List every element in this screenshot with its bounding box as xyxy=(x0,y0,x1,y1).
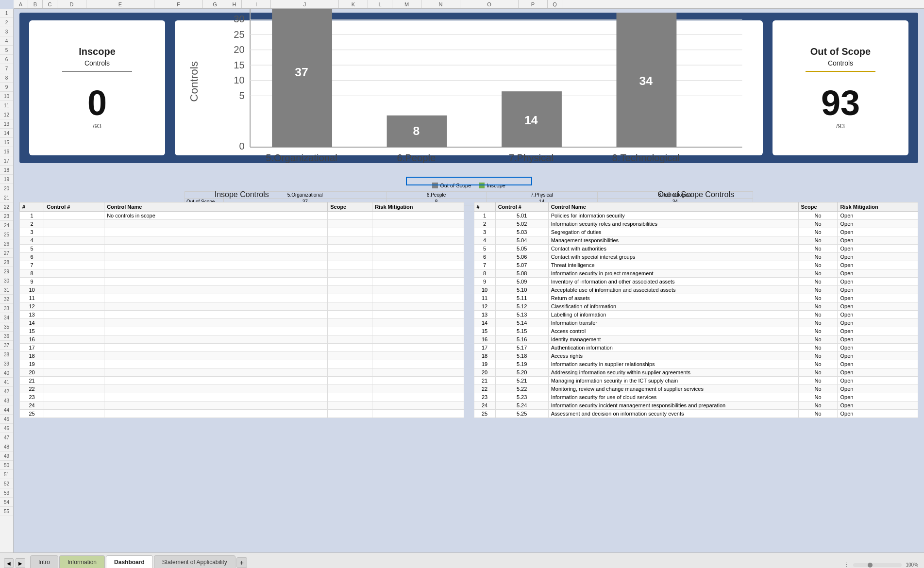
inscope-table-row[interactable]: 6 xyxy=(20,253,464,261)
outofscope-table-row[interactable]: 19 5.19 Information security in supplier… xyxy=(474,360,918,368)
outofscope-row-scope: No xyxy=(798,278,838,286)
row-header-29: 29 xyxy=(0,267,13,276)
outofscope-row-num: 22 xyxy=(474,385,495,393)
outofscope-row-name: Information security incident management… xyxy=(548,401,798,410)
outofscope-table-row[interactable]: 23 5.23 Information security for use of … xyxy=(474,393,918,401)
inscope-row-ctrl xyxy=(44,410,104,418)
outofscope-row-num: 24 xyxy=(474,401,495,410)
outofscope-table-title: Out of Scope Controls xyxy=(474,190,919,199)
row-header-12: 12 xyxy=(0,110,13,119)
inscope-table-row[interactable]: 10 xyxy=(20,286,464,294)
inscope-row-num: 11 xyxy=(20,294,44,302)
col-header-k: K xyxy=(339,0,368,8)
sheet-content: Inscope Controls 0 /93 Controls Per Them… xyxy=(14,9,924,552)
inscope-row-name xyxy=(104,294,328,302)
outofscope-row-scope: No xyxy=(798,344,838,352)
outofscope-table-row[interactable]: 2 5.02 Information security roles and re… xyxy=(474,220,918,228)
inscope-table-section: Insope Controls # Control # Control Name… xyxy=(19,188,464,418)
inscope-table-row[interactable]: 3 xyxy=(20,228,464,236)
outofscope-table-row[interactable]: 4 5.04 Management responsibilities No Op… xyxy=(474,236,918,245)
outofscope-table-row[interactable]: 21 5.21 Managing information security in… xyxy=(474,377,918,385)
outofscope-row-num: 5 xyxy=(474,245,495,253)
outofscope-row-scope: No xyxy=(798,311,838,319)
tab-next-button[interactable]: ▶ xyxy=(16,558,25,568)
outofscope-row-scope: No xyxy=(798,377,838,385)
outofscope-table-row[interactable]: 16 5.16 Identity management No Open xyxy=(474,335,918,344)
outofscope-table-row[interactable]: 7 5.07 Threat intelligence No Open xyxy=(474,261,918,269)
inscope-table-row[interactable]: 9 xyxy=(20,278,464,286)
outofscope-table-row[interactable]: 3 5.03 Segregation of duties No Open xyxy=(474,228,918,236)
zoom-percent: 100% xyxy=(906,562,918,568)
inscope-table-row[interactable]: 23 xyxy=(20,393,464,401)
svg-text:20: 20 xyxy=(234,44,245,55)
outofscope-row-risk: Open xyxy=(838,410,918,418)
active-cell-indicator[interactable] xyxy=(406,177,532,185)
outofscope-row-num: 15 xyxy=(474,327,495,335)
inscope-table-row[interactable]: 18 xyxy=(20,352,464,360)
inscope-table-row[interactable]: 12 xyxy=(20,302,464,311)
outofscope-table-row[interactable]: 15 5.15 Access control No Open xyxy=(474,327,918,335)
inscope-row-num: 21 xyxy=(20,377,44,385)
inscope-table-row[interactable]: 16 xyxy=(20,335,464,344)
outofscope-table-row[interactable]: 25 5.25 Assessment and decision on infor… xyxy=(474,410,918,418)
inscope-row-name xyxy=(104,286,328,294)
outofscope-table-row[interactable]: 8 5.08 Information security in project m… xyxy=(474,269,918,278)
inscope-row-num: 4 xyxy=(20,236,44,245)
inscope-table-row[interactable]: 8 xyxy=(20,269,464,278)
outofscope-table-row[interactable]: 10 5.10 Acceptable use of information an… xyxy=(474,286,918,294)
inscope-table-row[interactable]: 4 xyxy=(20,236,464,245)
outofscope-table-row[interactable]: 9 5.09 Inventory of information and othe… xyxy=(474,278,918,286)
inscope-table-row[interactable]: 15 xyxy=(20,327,464,335)
inscope-table-row[interactable]: 11 xyxy=(20,294,464,302)
outofscope-table-row[interactable]: 24 5.24 Information security incident ma… xyxy=(474,401,918,410)
inscope-row-scope xyxy=(328,368,372,377)
tab-statement[interactable]: Statement of Applicability xyxy=(154,555,235,568)
row-header-7: 7 xyxy=(0,64,13,73)
inscope-table-row[interactable]: 7 xyxy=(20,261,464,269)
inscope-table-row[interactable]: 2 xyxy=(20,220,464,228)
inscope-row-ctrl xyxy=(44,385,104,393)
row-header-44: 44 xyxy=(0,405,13,415)
outofscope-table-row[interactable]: 1 5.01 Policies for information security… xyxy=(474,212,918,220)
inscope-table-row[interactable]: 1 No controls in scope xyxy=(20,212,464,220)
zoom-thumb[interactable] xyxy=(868,563,873,568)
inscope-table-row[interactable]: 19 xyxy=(20,360,464,368)
outofscope-table-row[interactable]: 5 5.05 Contact with authorities No Open xyxy=(474,245,918,253)
row-header-47: 47 xyxy=(0,433,13,442)
tab-dashboard[interactable]: Dashboard xyxy=(106,555,153,568)
inscope-table-row[interactable]: 13 xyxy=(20,311,464,319)
outofscope-table-row[interactable]: 18 5.18 Access rights No Open xyxy=(474,352,918,360)
outofscope-table-row[interactable]: 14 5.14 Information transfer No Open xyxy=(474,319,918,327)
outofscope-table-row[interactable]: 17 5.17 Authentication information No Op… xyxy=(474,344,918,352)
outofscope-table-row[interactable]: 6 5.06 Contact with special interest gro… xyxy=(474,253,918,261)
outofscope-row-ctrl: 5.22 xyxy=(495,385,548,393)
inscope-table-row[interactable]: 24 xyxy=(20,401,464,410)
inscope-row-name xyxy=(104,327,328,335)
outofscope-row-num: 11 xyxy=(474,294,495,302)
outofscope-row-name: Contact with special interest groups xyxy=(548,253,798,261)
inscope-table-row[interactable]: 22 xyxy=(20,385,464,393)
outofscope-table-row[interactable]: 12 5.12 Classification of information No… xyxy=(474,302,918,311)
inscope-table-row[interactable]: 14 xyxy=(20,319,464,327)
inscope-table-row[interactable]: 20 xyxy=(20,368,464,377)
outofscope-row-risk: Open xyxy=(838,335,918,344)
inscope-table-row[interactable]: 21 xyxy=(20,377,464,385)
inscope-table-row[interactable]: 25 xyxy=(20,410,464,418)
outofscope-table-row[interactable]: 11 5.11 Return of assets No Open xyxy=(474,294,918,302)
row-header-2: 2 xyxy=(0,18,13,27)
outofscope-table-row[interactable]: 13 5.13 Labelling of information No Open xyxy=(474,311,918,319)
tab-intro[interactable]: Intro xyxy=(30,555,58,568)
inscope-row-scope xyxy=(328,220,372,228)
tab-add-button[interactable]: + xyxy=(236,557,247,568)
options-icon[interactable]: ⋮ xyxy=(844,562,849,568)
tab-information[interactable]: Information xyxy=(59,555,105,568)
zoom-bar xyxy=(853,563,902,567)
outofscope-row-risk: Open xyxy=(838,245,918,253)
inscope-table-row[interactable]: 17 xyxy=(20,344,464,352)
outofscope-table-row[interactable]: 22 5.22 Monitoring, review and change ma… xyxy=(474,385,918,393)
inscope-table-row[interactable]: 5 xyxy=(20,245,464,253)
outofscope-table-row[interactable]: 20 5.20 Addressing information security … xyxy=(474,368,918,377)
outofscope-row-num: 12 xyxy=(474,302,495,311)
inscope-row-ctrl xyxy=(44,286,104,294)
tab-prev-button[interactable]: ◀ xyxy=(4,558,14,568)
